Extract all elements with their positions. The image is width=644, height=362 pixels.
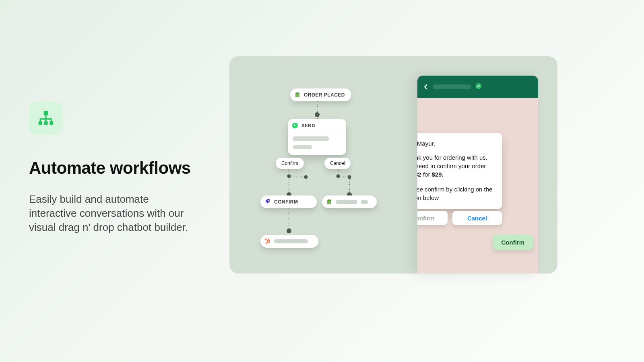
message-quick-replies: Confirm Cancel (417, 211, 502, 225)
back-icon[interactable] (423, 82, 429, 92)
svg-marker-23 (287, 231, 291, 234)
tree-icon (37, 109, 55, 127)
node-label: CONFIRM (274, 199, 298, 205)
message-body-2: Please confirm by clicking on the button… (417, 185, 495, 202)
placeholder-line (293, 136, 329, 141)
branch-label: Confirm (281, 160, 298, 166)
left-column: Automate workflows Easily build and auto… (29, 101, 198, 234)
svg-point-17 (348, 175, 351, 179)
svg-rect-0 (44, 111, 48, 115)
phone-preview: Hey Mayur, Thank you for ordering with u… (417, 76, 538, 274)
svg-point-30 (266, 243, 267, 244)
node-order-placed[interactable]: ORDER PLACED (290, 88, 351, 101)
svg-line-29 (266, 242, 268, 243)
page-subcopy: Easily build and automate interactive co… (29, 192, 194, 234)
svg-point-28 (268, 239, 269, 240)
shopify-bag-icon (294, 92, 301, 98)
svg-point-22 (287, 228, 291, 233)
branch-cancel[interactable]: Cancel (324, 158, 351, 169)
workflow-icon-badge (29, 101, 63, 135)
message-greeting: Hey Mayur, (417, 139, 495, 148)
placeholder-line (361, 200, 368, 204)
svg-marker-6 (316, 115, 319, 117)
node-shopify-action[interactable] (322, 195, 377, 208)
node-send[interactable]: SEND (288, 119, 346, 155)
branch-label: Cancel (330, 160, 345, 166)
branch-confirm[interactable]: Confirm (276, 158, 304, 169)
message-body-1: Thank you for ordering with us. We need … (417, 153, 495, 179)
chat-message-bubble: Hey Mayur, Thank you for ordering with u… (417, 133, 502, 209)
node-confirm[interactable]: CONFIRM (260, 195, 317, 208)
user-reply-bubble: Confirm (493, 235, 534, 250)
svg-point-25 (268, 200, 269, 201)
quick-reply-cancel[interactable]: Cancel (452, 211, 502, 225)
svg-point-5 (315, 112, 320, 117)
verified-badge-icon (475, 83, 482, 91)
whatsapp-icon (292, 122, 298, 129)
placeholder-line (293, 145, 312, 149)
workflow-panel: ORDER PLACED SEND Confirm Cancel CONFIRM (229, 56, 557, 274)
tag-icon (264, 199, 271, 205)
quick-reply-confirm[interactable]: Confirm (417, 211, 448, 225)
svg-point-10 (304, 175, 308, 179)
svg-point-15 (336, 175, 340, 178)
placeholder-line (274, 239, 308, 243)
svg-point-32 (265, 239, 266, 240)
node-hubspot-action[interactable] (260, 235, 318, 248)
contact-name-placeholder (433, 84, 471, 89)
page-headline: Automate workflows (29, 158, 198, 178)
node-label: ORDER PLACED (304, 92, 345, 98)
svg-point-26 (267, 240, 270, 243)
phone-header (417, 76, 538, 98)
shopify-bag-icon (326, 199, 332, 205)
hubspot-icon (264, 238, 271, 245)
svg-point-24 (292, 123, 298, 128)
svg-point-8 (287, 175, 291, 178)
send-label: SEND (301, 123, 315, 128)
placeholder-line (336, 200, 357, 204)
